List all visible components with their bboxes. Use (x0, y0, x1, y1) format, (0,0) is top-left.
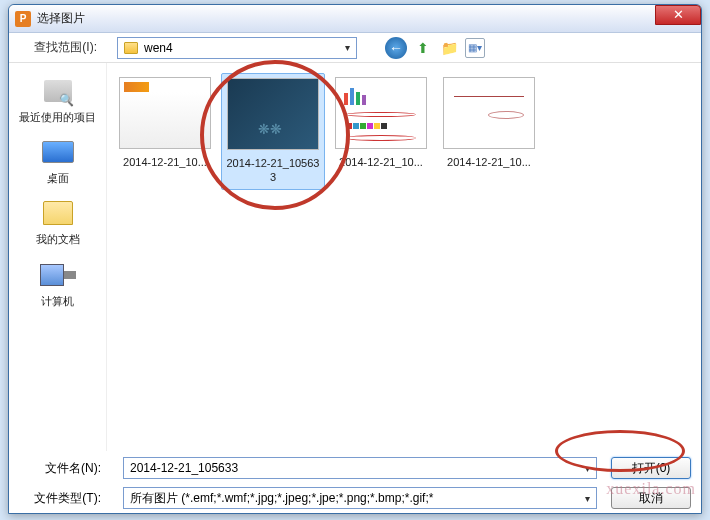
view-menu-icon[interactable]: ▦▾ (465, 38, 485, 58)
places-sidebar: 最近使用的项目 桌面 我的文档 计算机 (9, 63, 107, 451)
sidebar-item-label: 计算机 (41, 295, 74, 308)
recent-icon (40, 75, 76, 107)
file-label: 2014-12-21_10... (339, 155, 423, 169)
nav-icons: ← ⬆ 📁 ▦▾ (385, 37, 485, 59)
filetype-value: 所有图片 (*.emf;*.wmf;*.jpg;*.jpeg;*.jpe;*.p… (130, 490, 433, 507)
footer: 文件名(N): 2014-12-21_105633 打开(0) 文件类型(T):… (9, 451, 701, 519)
sidebar-item-label: 最近使用的项目 (19, 111, 96, 124)
file-label: 2014-12-21_105633 (226, 156, 320, 185)
watermark: xuexila.com (606, 480, 696, 498)
close-icon: ✕ (673, 7, 684, 22)
filetype-dropdown[interactable]: 所有图片 (*.emf;*.wmf;*.jpg;*.jpeg;*.jpe;*.p… (123, 487, 597, 509)
filename-label: 文件名(N): (19, 460, 109, 477)
sidebar-item-recent[interactable]: 最近使用的项目 (19, 75, 96, 124)
app-icon: P (15, 11, 31, 27)
sidebar-item-desktop[interactable]: 桌面 (40, 136, 76, 185)
file-item[interactable]: 2014-12-21_10... (329, 73, 433, 190)
open-button[interactable]: 打开(0) (611, 457, 691, 479)
computer-icon (40, 259, 76, 291)
thumbnail-icon (335, 77, 427, 149)
thumbnail-icon (443, 77, 535, 149)
titlebar[interactable]: P 选择图片 ✕ (9, 5, 701, 33)
folder-icon (124, 42, 138, 54)
file-label: 2014-12-21_10... (123, 155, 207, 169)
thumbnail-icon (119, 77, 211, 149)
sidebar-item-label: 我的文档 (36, 233, 80, 246)
sidebar-item-documents[interactable]: 我的文档 (36, 197, 80, 246)
back-icon[interactable]: ← (385, 37, 407, 59)
lookin-value: wen4 (144, 41, 173, 55)
lookin-label: 查找范围(I): (19, 39, 109, 56)
close-button[interactable]: ✕ (655, 5, 701, 25)
new-folder-icon[interactable]: 📁 (439, 38, 459, 58)
file-list[interactable]: 2014-12-21_10... 2014-12-21_105633 2014-… (107, 63, 701, 451)
toolbar: 查找范围(I): wen4 ← ⬆ 📁 ▦▾ (9, 33, 701, 63)
sidebar-item-label: 桌面 (47, 172, 69, 185)
up-one-level-icon[interactable]: ⬆ (413, 38, 433, 58)
body-area: 最近使用的项目 桌面 我的文档 计算机 2014-12-21_10... (9, 63, 701, 451)
filetype-label: 文件类型(T): (19, 490, 109, 507)
dialog-window: P 选择图片 ✕ 查找范围(I): wen4 ← ⬆ 📁 ▦▾ 最近使用的项目 … (8, 4, 702, 514)
file-label: 2014-12-21_10... (447, 155, 531, 169)
desktop-icon (40, 136, 76, 168)
file-item[interactable]: 2014-12-21_10... (437, 73, 541, 190)
file-item[interactable]: 2014-12-21_10... (113, 73, 217, 190)
filename-value: 2014-12-21_105633 (130, 461, 238, 475)
file-item-selected[interactable]: 2014-12-21_105633 (221, 73, 325, 190)
sidebar-item-computer[interactable]: 计算机 (40, 259, 76, 308)
window-title: 选择图片 (37, 10, 85, 27)
lookin-dropdown[interactable]: wen4 (117, 37, 357, 59)
documents-icon (40, 197, 76, 229)
filename-input[interactable]: 2014-12-21_105633 (123, 457, 597, 479)
thumbnail-icon (227, 78, 319, 150)
